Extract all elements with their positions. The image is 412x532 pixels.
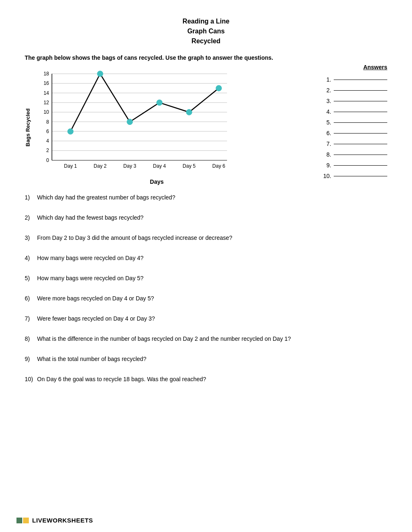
question-text: How many bags were recycled on Day 5? — [37, 274, 305, 283]
question-number: 4) — [25, 254, 37, 262]
answer-num: 7. — [322, 141, 331, 147]
question-item: 8) What is the difference in the number … — [25, 335, 305, 343]
line-chart: 0 2 4 6 8 10 12 14 16 18 — [33, 70, 235, 177]
answer-line-item: 7. — [322, 141, 387, 147]
svg-point-23 — [127, 119, 133, 125]
answer-line-item: 4. — [322, 108, 387, 115]
svg-text:6: 6 — [46, 129, 49, 134]
question-number: 9) — [25, 355, 37, 363]
question-number: 5) — [25, 274, 37, 283]
question-text: From Day 2 to Day 3 did the amount of ba… — [37, 234, 305, 242]
chart-inner: 0 2 4 6 8 10 12 14 16 18 — [33, 70, 280, 185]
svg-text:14: 14 — [44, 90, 49, 96]
question-text: What is the difference in the number of … — [37, 335, 305, 343]
svg-text:10: 10 — [44, 109, 49, 115]
answer-line-item: 1. — [322, 76, 387, 83]
svg-text:Day 6: Day 6 — [212, 163, 225, 169]
question-item: 1) Which day had the greatest number of … — [25, 193, 305, 202]
svg-text:8: 8 — [46, 119, 49, 125]
svg-text:Day 4: Day 4 — [153, 163, 166, 169]
page-title: Reading a Line Graph Cans Recycled — [25, 16, 387, 46]
answer-blank — [334, 90, 387, 91]
svg-point-25 — [186, 109, 192, 115]
answer-num: 6. — [322, 130, 331, 136]
question-item: 9) What is the total number of bags recy… — [25, 355, 305, 363]
questions-section: 1) Which day had the greatest number of … — [25, 193, 305, 384]
svg-text:Day 1: Day 1 — [64, 163, 77, 169]
question-text: Were fewer bags recycled on Day 4 or Day… — [37, 314, 305, 323]
svg-point-26 — [216, 85, 222, 91]
answer-lines: 1.2.3.4.5.6.7.8.9.10. — [322, 76, 387, 183]
answer-line-item: 8. — [322, 151, 387, 158]
svg-point-24 — [157, 100, 162, 105]
svg-point-21 — [68, 129, 73, 134]
answer-blank — [334, 122, 387, 123]
answer-line-item: 6. — [322, 130, 387, 136]
answer-line-item: 5. — [322, 119, 387, 126]
svg-text:16: 16 — [44, 80, 49, 86]
answer-num: 1. — [322, 76, 331, 83]
svg-point-22 — [97, 71, 103, 77]
question-number: 3) — [25, 234, 37, 242]
answer-line-item: 3. — [322, 98, 387, 104]
answers-label: Answers — [363, 64, 387, 70]
question-number: 2) — [25, 213, 37, 222]
footer-brand-text: LIVEWORKSHEETS — [32, 517, 93, 524]
svg-text:Day 2: Day 2 — [94, 163, 107, 169]
question-number: 10) — [25, 375, 37, 384]
answer-blank — [334, 165, 387, 166]
answer-blank — [334, 176, 387, 176]
answer-num: 2. — [322, 87, 331, 94]
answer-num: 10. — [322, 173, 331, 179]
answer-blank — [334, 144, 387, 144]
svg-text:Day 5: Day 5 — [183, 163, 196, 169]
question-number: 1) — [25, 193, 37, 202]
question-text: Which day had the fewest bags recycled? — [37, 213, 305, 222]
question-text: How many bags were recycled on Day 4? — [37, 254, 305, 262]
question-item: 7) Were fewer bags recycled on Day 4 or … — [25, 314, 305, 323]
answer-num: 3. — [322, 98, 331, 104]
question-item: 5) How many bags were recycled on Day 5? — [25, 274, 305, 283]
answer-blank — [334, 112, 387, 112]
chart-container: Bags Recycled 0 — [25, 70, 280, 185]
svg-text:Day 3: Day 3 — [123, 163, 136, 169]
logo-green-square — [16, 518, 22, 523]
question-text: Were more bags recycled on Day 4 or Day … — [37, 294, 305, 303]
question-number: 8) — [25, 335, 37, 343]
question-item: 10) On Day 6 the goal was to recycle 18 … — [25, 375, 305, 384]
question-number: 6) — [25, 294, 37, 303]
question-item: 6) Were more bags recycled on Day 4 or D… — [25, 294, 305, 303]
answer-num: 4. — [322, 108, 331, 115]
svg-text:12: 12 — [44, 100, 49, 105]
svg-text:0: 0 — [46, 157, 49, 163]
answer-blank — [334, 101, 387, 101]
y-axis-label: Bags Recycled — [25, 108, 31, 147]
answer-line-item: 9. — [322, 162, 387, 169]
question-text: What is the total number of bags recycle… — [37, 355, 305, 363]
x-axis-label: Days — [33, 178, 280, 185]
answer-line-item: 2. — [322, 87, 387, 94]
intro-text: The graph below shows the bags of cans r… — [25, 54, 280, 62]
question-number: 7) — [25, 314, 37, 323]
answer-num: 9. — [322, 162, 331, 169]
svg-text:2: 2 — [46, 148, 49, 153]
answer-num: 8. — [322, 151, 331, 158]
question-item: 2) Which day had the fewest bags recycle… — [25, 213, 305, 222]
answer-blank — [334, 155, 387, 155]
answer-num: 5. — [322, 119, 331, 126]
footer: LIVEWORKSHEETS — [16, 517, 93, 524]
answer-line-item: 10. — [322, 173, 387, 179]
question-item: 3) From Day 2 to Day 3 did the amount of… — [25, 234, 305, 242]
question-item: 4) How many bags were recycled on Day 4? — [25, 254, 305, 262]
svg-text:4: 4 — [46, 138, 49, 144]
question-text: Which day had the greatest number of bag… — [37, 193, 305, 202]
answer-blank — [334, 133, 387, 134]
question-text: On Day 6 the goal was to recycle 18 bags… — [37, 375, 305, 384]
svg-text:18: 18 — [44, 71, 49, 77]
answer-blank — [334, 80, 387, 80]
logo-yellow-square — [23, 518, 29, 523]
footer-logo — [16, 518, 29, 523]
